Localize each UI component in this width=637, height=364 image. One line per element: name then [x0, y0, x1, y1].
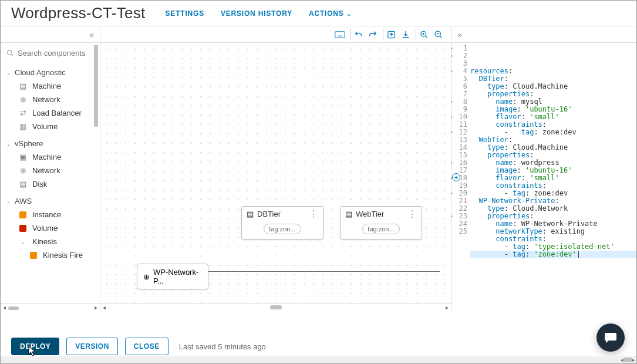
sidebar-h-scroll[interactable]: ◂▸: [1, 303, 100, 311]
group-aws[interactable]: ⌄AWS: [6, 194, 95, 208]
page-h-scroll[interactable]: ◂▸: [1, 356, 636, 363]
orange-square-icon: [18, 211, 28, 218]
chat-icon[interactable]: [596, 323, 625, 352]
last-saved-text: Last saved 5 minutes ago: [179, 342, 266, 351]
server-icon: ▤: [247, 210, 254, 218]
tab-settings[interactable]: SETTINGS: [166, 9, 204, 18]
node-label: DBTier: [257, 210, 281, 218]
sidebar-item-aws-instance[interactable]: Instance: [6, 208, 95, 221]
sidebar-item-aws-kinesis-fire[interactable]: Kinesis Fire: [6, 248, 95, 262]
globe-icon: ⊕: [18, 95, 28, 104]
tab-actions[interactable]: ACTIONS ⌄: [309, 9, 352, 18]
zoom-in-icon[interactable]: [416, 28, 429, 41]
disk-icon: ▤: [18, 180, 28, 188]
search-icon: [6, 49, 14, 57]
component-sidebar: « ⌄Cloud Agnostic ▤Machine ⊕Network ⇄Loa…: [1, 26, 100, 311]
balancer-icon: ⇄: [18, 109, 28, 117]
zoom-out-icon[interactable]: [432, 28, 445, 41]
sidebar-scrollbar[interactable]: [93, 43, 99, 295]
vm-icon: ▣: [18, 153, 28, 161]
sidebar-item-network[interactable]: ⊕Network: [6, 93, 95, 106]
globe-icon: ⊕: [143, 272, 150, 281]
sidebar-item-load-balancer[interactable]: ⇄Load Balancer: [6, 106, 95, 120]
kebab-icon[interactable]: ⋮: [309, 211, 318, 217]
volume-icon: ▥: [18, 122, 28, 131]
orange-square-icon: [29, 252, 38, 259]
globe-icon: ⊕: [18, 166, 28, 175]
collapse-sidebar-icon[interactable]: «: [89, 30, 94, 39]
server-icon: ▤: [18, 82, 28, 90]
node-network[interactable]: ⊕WP-Network-P...: [137, 264, 208, 289]
chevron-down-icon: ⌄: [6, 141, 11, 147]
upload-icon[interactable]: [383, 28, 396, 41]
chevron-down-icon: ⌄: [6, 70, 11, 76]
download-icon[interactable]: [399, 28, 412, 41]
sidebar-item-vsphere-disk[interactable]: ▤Disk: [6, 177, 95, 191]
svg-line-1: [11, 54, 13, 56]
version-button[interactable]: VERSION: [66, 338, 118, 355]
code-editor[interactable]: » 12345678910111213141516171819202122232…: [451, 26, 636, 311]
node-webtier[interactable]: ▤WebTier⋮ tag:zon...: [340, 206, 422, 240]
close-button[interactable]: CLOSE: [125, 338, 168, 355]
node-dbtier[interactable]: ▤DBTier⋮ tag:zon...: [241, 206, 323, 240]
keyboard-icon[interactable]: [333, 28, 346, 41]
page-title: Wordpress-CT-Test: [11, 4, 146, 22]
canvas-h-scroll[interactable]: ◂▸: [100, 303, 451, 311]
undo-icon[interactable]: [350, 28, 363, 41]
kebab-icon[interactable]: ⋮: [407, 211, 417, 217]
cursor-icon: [28, 346, 38, 358]
svg-line-14: [440, 36, 441, 38]
code-line[interactable]: - tag: 'zone:dev'|: [470, 251, 636, 258]
add-line-icon[interactable]: +: [452, 173, 460, 181]
svg-point-0: [8, 50, 12, 55]
chevron-down-icon: ⌄: [18, 239, 28, 245]
sidebar-item-machine[interactable]: ▤Machine: [6, 79, 95, 93]
group-cloud-agnostic[interactable]: ⌄Cloud Agnostic: [6, 66, 95, 79]
sidebar-item-vsphere-machine[interactable]: ▣Machine: [6, 150, 95, 164]
server-icon: ▤: [345, 210, 352, 218]
redo-icon[interactable]: [366, 28, 379, 41]
design-canvas[interactable]: ▤DBTier⋮ tag:zon... ▤WebTier⋮ tag:zon...…: [100, 43, 451, 303]
tab-version-history[interactable]: VERSION HISTORY: [221, 9, 292, 18]
svg-line-10: [425, 35, 427, 37]
node-label: WP-Network-P...: [153, 268, 202, 285]
node-label: WebTier: [356, 210, 384, 218]
svg-rect-2: [335, 31, 345, 38]
sidebar-item-aws-kinesis[interactable]: ⌄Kinesis: [6, 235, 95, 248]
expand-editor-icon[interactable]: »: [457, 30, 462, 39]
chevron-down-icon: ⌄: [346, 11, 352, 17]
tag-chip: tag:zon...: [362, 224, 399, 234]
search-input[interactable]: [18, 49, 95, 58]
sidebar-item-vsphere-network[interactable]: ⊕Network: [6, 164, 95, 177]
tag-chip: tag:zon...: [264, 224, 301, 234]
sidebar-item-aws-volume[interactable]: Volume: [6, 221, 95, 235]
chevron-down-icon: ⌄: [6, 198, 11, 204]
group-vsphere[interactable]: ⌄vSphere: [6, 137, 95, 150]
sidebar-item-volume[interactable]: ▥Volume: [6, 120, 95, 133]
red-square-icon: [18, 225, 28, 232]
connection-line: [200, 271, 440, 272]
